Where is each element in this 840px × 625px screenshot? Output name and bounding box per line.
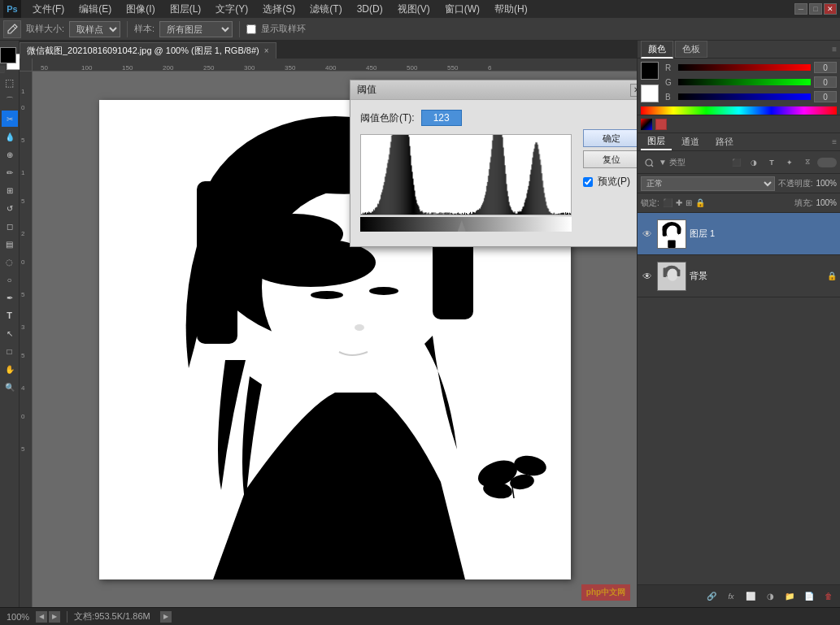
green-slider[interactable] — [678, 79, 811, 85]
layers-tab-layers[interactable]: 图层 — [641, 133, 672, 150]
ok-button[interactable]: 确定 — [583, 129, 637, 147]
blend-mode-select[interactable]: 正常 — [641, 176, 775, 191]
nav-buttons: ◀ ▶ — [36, 611, 60, 623]
lasso-tool-btn[interactable]: ⌒ — [2, 93, 18, 109]
layers-footer: 🔗 fx ⬜ ◑ 📁 📄 🗑 — [638, 584, 840, 607]
swatches-tab[interactable]: 色板 — [675, 41, 707, 58]
nav-prev-btn[interactable]: ◀ — [36, 611, 47, 623]
layer-bg-visibility-icon[interactable]: 👁 — [641, 270, 654, 283]
lock-position-icon[interactable]: ✚ — [676, 198, 682, 207]
bg-color-box[interactable] — [641, 85, 659, 102]
crop-tool-btn[interactable]: ✂ — [2, 111, 18, 127]
dodge-tool-btn[interactable]: ○ — [2, 271, 18, 288]
menu-help[interactable]: 帮助(H) — [488, 1, 534, 18]
red-slider[interactable] — [678, 64, 811, 71]
reset-colors-icon[interactable]: ⬛ — [0, 66, 5, 73]
canvas-tab-active[interactable]: 微信截图_20210816091042.jpg @ 100% (图层 1, RG… — [20, 42, 276, 59]
filter-shape-icon[interactable]: ✦ — [781, 154, 798, 171]
canvas-tab-close[interactable]: × — [264, 46, 269, 55]
layer-bg-thumbnail-svg — [658, 262, 685, 291]
menu-file[interactable]: 文件(F) — [26, 1, 71, 18]
history-brush-btn[interactable]: ↺ — [2, 200, 18, 216]
layers-tab-channels[interactable]: 通道 — [675, 134, 706, 150]
eyedropper-btn[interactable]: 💧 — [2, 128, 18, 145]
layer-delete-icon[interactable]: 🗑 — [820, 588, 837, 605]
path-select-btn[interactable]: ↖ — [2, 325, 18, 341]
layer-new-icon[interactable]: 📄 — [801, 588, 817, 605]
window-maximize-btn[interactable]: □ — [809, 3, 822, 15]
window-close-btn[interactable]: ✕ — [824, 3, 837, 15]
layers-filter-icon[interactable] — [641, 154, 657, 171]
dialog-title: 阈值 — [357, 83, 376, 97]
menu-text[interactable]: 文字(Y) — [209, 1, 255, 18]
menu-image[interactable]: 图像(I) — [120, 1, 161, 18]
right-panel: 颜色 色板 ≡ R G — [637, 41, 840, 607]
dialog-close-btn[interactable]: ✕ — [630, 84, 637, 97]
layers-tab-paths[interactable]: 路径 — [709, 134, 740, 150]
text-tool-btn[interactable]: T — [2, 307, 18, 323]
layer-item-bg[interactable]: 👁 背景 🔒 — [638, 255, 840, 297]
filter-pixel-icon[interactable]: ⬛ — [728, 154, 744, 171]
blue-value[interactable] — [814, 91, 837, 102]
green-value[interactable] — [814, 76, 837, 88]
blur-tool-btn[interactable]: ◌ — [2, 254, 18, 270]
pen-tool-btn[interactable]: ✒ — [2, 289, 18, 306]
doc-size: 文档:953.5K/1.86M — [74, 610, 150, 623]
gradient-tool-btn[interactable]: ▤ — [2, 236, 18, 252]
red-color-swatch[interactable] — [655, 119, 667, 130]
menu-window[interactable]: 窗口(W) — [438, 1, 486, 18]
window-minimize-btn[interactable]: ─ — [794, 3, 807, 15]
shape-tool-btn[interactable]: □ — [2, 343, 18, 359]
fg-color-box[interactable] — [641, 62, 659, 80]
foreground-color-swatch[interactable] — [0, 47, 16, 63]
reset-button[interactable]: 复位 — [583, 150, 637, 168]
canvas-viewport[interactable]: 阈值 ✕ 阈值色阶(T): 确定 复位 — [33, 72, 637, 607]
menu-view[interactable]: 视图(V) — [391, 1, 437, 18]
filter-adjustment-icon[interactable]: ◑ — [746, 154, 762, 171]
filter-toggle[interactable] — [817, 158, 837, 167]
layer-group-icon[interactable]: 📁 — [781, 588, 798, 605]
healing-tool-btn[interactable]: ⊕ — [2, 146, 18, 163]
layer-link-icon[interactable]: 🔗 — [703, 588, 720, 605]
layer-fx-icon[interactable]: fx — [723, 588, 739, 605]
layer-1-visibility-icon[interactable]: 👁 — [641, 228, 654, 241]
clone-tool-btn[interactable]: ⊞ — [2, 182, 18, 198]
threshold-slider[interactable] — [360, 217, 572, 232]
layers-panel-options-icon[interactable]: ≡ — [832, 137, 837, 146]
brush-tool-btn[interactable]: ✏ — [2, 164, 18, 180]
red-label: R — [665, 63, 675, 72]
show-ring-checkbox[interactable] — [246, 24, 256, 34]
layer-item-1[interactable]: 👁 图层 1 — [638, 213, 840, 255]
color-spectrum[interactable] — [641, 106, 837, 115]
menu-select[interactable]: 选择(S) — [256, 1, 302, 18]
status-expand-btn[interactable]: ▶ — [160, 611, 172, 623]
nav-next-btn[interactable]: ▶ — [49, 611, 60, 623]
sample-size-select[interactable]: 取样点 — [69, 21, 120, 37]
marquee-tool-btn[interactable]: ⬚ — [2, 75, 18, 91]
filter-smart-icon[interactable]: ⧖ — [799, 154, 816, 171]
color-spectrum-icon[interactable] — [641, 119, 652, 130]
preview-checkbox[interactable] — [583, 177, 593, 187]
threshold-label: 阈值色阶(T): — [360, 111, 415, 125]
menu-3d[interactable]: 3D(D) — [350, 2, 390, 16]
sample-value-select[interactable]: 所有图层 — [159, 21, 233, 37]
menu-edit[interactable]: 编辑(E) — [72, 1, 118, 18]
blue-slider[interactable] — [678, 93, 811, 100]
zoom-tool-btn[interactable]: 🔍 — [2, 379, 18, 395]
menu-layer[interactable]: 图层(L) — [163, 1, 208, 18]
eraser-tool-btn[interactable]: ◻ — [2, 218, 18, 234]
hand-tool-btn[interactable]: ✋ — [2, 361, 18, 377]
menu-filter[interactable]: 滤镜(T) — [303, 1, 348, 18]
threshold-value-input[interactable] — [421, 110, 462, 126]
threshold-slider-marker[interactable] — [458, 220, 466, 232]
lock-artboard-icon[interactable]: ⊞ — [685, 198, 692, 207]
lock-all-icon[interactable]: 🔒 — [695, 198, 705, 207]
filter-text-icon[interactable]: T — [764, 154, 780, 171]
lock-pixel-icon[interactable]: ⬛ — [663, 198, 672, 207]
red-value[interactable] — [814, 62, 837, 73]
layer-adjustment-icon[interactable]: ◑ — [762, 588, 778, 605]
layer-mask-icon[interactable]: ⬜ — [742, 588, 759, 605]
right-panel-expand-icon[interactable]: ≡ — [832, 45, 837, 54]
eyedropper-tool-icon[interactable] — [3, 20, 21, 38]
color-tab[interactable]: 颜色 — [641, 41, 673, 59]
